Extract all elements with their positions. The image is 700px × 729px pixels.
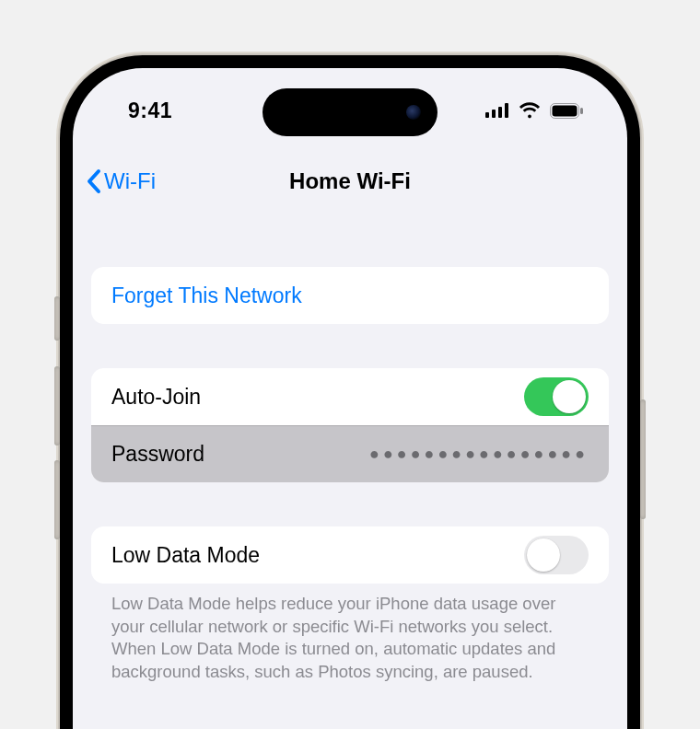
back-label: Wi-Fi — [104, 168, 156, 194]
svg-rect-3 — [505, 103, 508, 118]
status-time: 9:41 — [128, 98, 239, 123]
battery-icon — [550, 103, 583, 119]
svg-rect-6 — [580, 108, 583, 114]
group-forget: Forget This Network — [91, 267, 609, 324]
password-value-masked: ●●●●●●●●●●●●●●●● — [369, 445, 589, 464]
nav-bar: Wi-Fi Home Wi-Fi — [73, 153, 627, 210]
svg-rect-2 — [498, 107, 502, 118]
low-data-row: Low Data Mode — [91, 526, 609, 584]
dynamic-island — [262, 88, 438, 136]
volume-up-button — [54, 366, 60, 446]
toggle-knob — [527, 538, 560, 572]
chevron-left-icon — [86, 168, 102, 194]
auto-join-toggle[interactable] — [524, 377, 589, 416]
svg-rect-1 — [492, 110, 496, 118]
low-data-label: Low Data Mode — [111, 543, 260, 568]
svg-rect-0 — [485, 112, 489, 118]
svg-rect-5 — [553, 105, 578, 116]
volume-down-button — [54, 460, 60, 539]
page-title: Home Wi-Fi — [289, 168, 411, 194]
group-low-data: Low Data Mode — [91, 526, 609, 584]
screen: 9:41 — [73, 68, 627, 729]
auto-join-label: Auto-Join — [111, 385, 201, 410]
cellular-icon — [485, 103, 509, 118]
power-button — [640, 399, 646, 519]
low-data-toggle[interactable] — [524, 536, 589, 574]
forget-network-label: Forget This Network — [111, 284, 302, 308]
low-data-footer: Low Data Mode helps reduce your iPhone d… — [91, 584, 609, 683]
back-button[interactable]: Wi-Fi — [86, 168, 156, 194]
side-button — [54, 296, 60, 341]
device-frame: 9:41 — [60, 55, 640, 729]
password-row[interactable]: Password ●●●●●●●●●●●●●●●● — [91, 425, 609, 482]
group-connection: Auto-Join Password ●●●●●●●●●●●●●●●● — [91, 368, 609, 482]
password-label: Password — [111, 442, 204, 467]
wifi-icon — [519, 102, 541, 119]
auto-join-row: Auto-Join — [91, 368, 609, 425]
forget-network-button[interactable]: Forget This Network — [91, 267, 609, 324]
toggle-knob — [553, 380, 586, 413]
